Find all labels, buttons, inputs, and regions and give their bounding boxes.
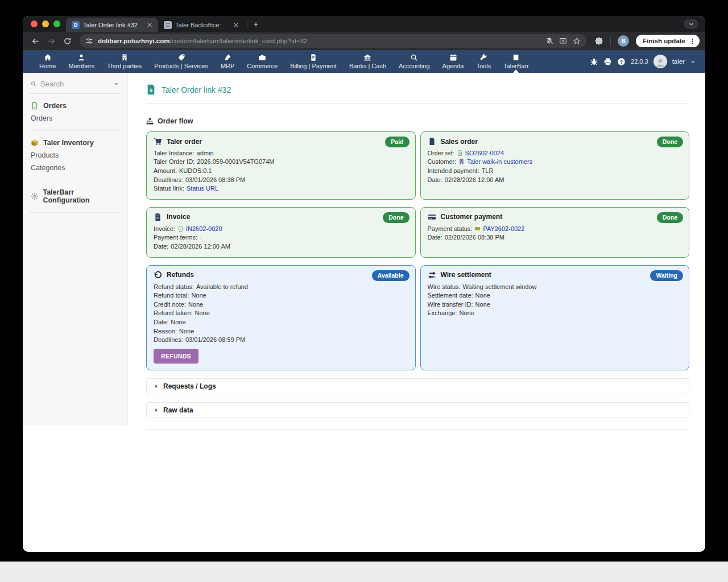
finish-update-button[interactable]: Finish update	[636, 35, 700, 47]
file-lines-icon	[154, 213, 162, 221]
reload-icon	[63, 37, 71, 45]
sidebar-section-title-orders[interactable]: Orders	[30, 100, 121, 112]
top-menu-item-agenda[interactable]: Agenda	[436, 50, 470, 73]
sidebar-item-categories[interactable]: Categories	[30, 162, 121, 174]
sidebar-section-title-talerbarr-configuration[interactable]: TalerBarr Configuration	[30, 186, 121, 207]
top-menu-item-home[interactable]: Home	[33, 50, 62, 73]
line-value: Waiting settlement window	[463, 283, 537, 290]
status-badge: Done	[657, 137, 683, 147]
line-value-link[interactable]: SO2602-0024	[465, 150, 504, 156]
bug-report-icon[interactable]	[590, 57, 598, 66]
tab-taler-order-link[interactable]: D Taler Order link #32	[66, 18, 158, 32]
minimize-window-button[interactable]	[42, 20, 49, 27]
sidebar-item-orders[interactable]: Orders	[30, 112, 121, 125]
finish-update-label: Finish update	[643, 38, 685, 44]
search-input[interactable]	[40, 80, 109, 88]
sidebar-section-title-taler-inventory[interactable]: Taler Inventory	[30, 137, 121, 149]
browser-profile-avatar[interactable]: B	[618, 35, 629, 47]
address-bar[interactable]: dolibarr.potuzhnyi.com/custom/talerbarr/…	[80, 34, 586, 48]
top-menu-item-accounting[interactable]: Accounting	[392, 50, 436, 73]
search-caret-icon[interactable]	[113, 81, 119, 87]
new-tab-button[interactable]	[250, 18, 262, 31]
close-tab-icon[interactable]	[146, 21, 154, 29]
top-menu-label: Agenda	[442, 63, 464, 69]
briefcase-icon	[258, 53, 266, 61]
card-refunds: RefundsAvailableRefund status:Available …	[146, 265, 416, 370]
person-icon	[655, 57, 666, 68]
card-line: Wire transfer ID:None	[428, 300, 682, 309]
close-window-button[interactable]	[31, 20, 38, 27]
collapsible-label: Requests / Logs	[163, 382, 216, 390]
top-menu-item-talerbarr[interactable]: TalerBarr	[497, 50, 535, 73]
refunds-button[interactable]: REFUNDS	[154, 349, 198, 364]
site-info-icon[interactable]	[85, 37, 93, 45]
card-title: Taler order	[167, 138, 202, 146]
line-value-link[interactable]: Taler walk-in customers	[467, 158, 532, 165]
reload-button[interactable]	[60, 34, 74, 48]
tab-title: Taler Order link #32	[83, 22, 142, 28]
collapsible-raw-data[interactable]: Raw data	[146, 402, 689, 418]
url-text[interactable]: dolibarr.potuzhnyi.com/custom/talerbarr/…	[98, 38, 541, 44]
line-label: Settlement date:	[428, 292, 473, 299]
line-label: Credit note:	[154, 301, 186, 308]
card-line: Date:02/28/2026 08:38 PM	[428, 233, 682, 242]
line-value: 02/28/2026 12:00 AM	[171, 243, 230, 250]
card-title: Wire settlement	[441, 271, 491, 279]
install-app-icon[interactable]	[559, 37, 567, 45]
top-menu-item-members[interactable]: Members	[62, 50, 101, 73]
doc-green-icon	[177, 225, 184, 232]
collapsible-requests-logs[interactable]: Requests / Logs	[146, 378, 689, 394]
taler-order-doc-icon: $	[146, 84, 156, 95]
invoice-icon	[309, 53, 317, 61]
close-tab-icon[interactable]	[232, 21, 240, 29]
bookmark-star-icon[interactable]	[573, 37, 581, 45]
top-menu-item-banks-cash[interactable]: Banks | Cash	[343, 50, 392, 73]
collapsible-label: Raw data	[163, 406, 193, 414]
top-menu-item-commerce[interactable]: Commerce	[241, 50, 284, 73]
line-value-link[interactable]: IN2602-0020	[186, 225, 222, 232]
back-button[interactable]	[28, 34, 42, 48]
line-label: Wire status:	[428, 283, 461, 290]
extensions-icon[interactable]	[594, 36, 603, 46]
line-label: Refund status:	[154, 283, 194, 290]
line-value-link[interactable]: PAY2602-0022	[483, 225, 524, 232]
top-menu-item-products-services[interactable]: Products | Services	[148, 50, 214, 73]
sidebar-item-products[interactable]: Products	[30, 149, 121, 162]
line-value: None	[475, 301, 490, 308]
top-menu-item-tools[interactable]: Tools	[470, 50, 497, 73]
line-label: Exchange:	[428, 309, 457, 316]
line-value: 02/28/2026 08:38 PM	[445, 234, 504, 241]
main-content: $ Taler Order link #32 Order flow Taler …	[128, 73, 705, 552]
browser-menu-icon[interactable]	[689, 38, 696, 45]
tab-search-button[interactable]	[684, 19, 698, 29]
top-menu-item-billing-payment[interactable]: Billing | Payment	[284, 50, 343, 73]
username-label: taler	[672, 58, 685, 65]
line-label: Date:	[154, 243, 168, 250]
caret-right-icon	[154, 383, 159, 389]
card-line: Deadlines:03/01/2026 08:59 PM	[154, 335, 408, 344]
print-icon[interactable]	[603, 57, 612, 66]
user-menu-chevron-icon[interactable]	[690, 59, 696, 65]
card-line: Taler Order ID:2026.059-0001V54TG074M	[154, 158, 408, 167]
user-avatar[interactable]	[653, 55, 667, 68]
sidebar-section-taler-inventory: Taler InventoryProductsCategories	[30, 131, 121, 180]
line-value-link[interactable]: Status URL	[187, 185, 218, 192]
top-menu-item-mrp[interactable]: MRP	[214, 50, 241, 73]
zoom-window-button[interactable]	[53, 20, 60, 27]
top-menu-item-third-parties[interactable]: Third parties	[101, 50, 148, 73]
desktop-background-strip	[0, 562, 728, 582]
line-label: Deadlines:	[154, 176, 183, 183]
svg-text:?: ?	[620, 59, 623, 64]
card-line: Exchange:None	[428, 309, 682, 318]
top-menu-label: Commerce	[247, 63, 278, 69]
notifications-blocked-icon[interactable]	[545, 37, 553, 45]
forward-button[interactable]	[44, 34, 58, 48]
card-sales-order: Sales orderDoneOrder ref:SO2602-0024Cust…	[420, 131, 690, 200]
title-divider	[146, 104, 689, 104]
top-menu-label: Products | Services	[154, 63, 208, 69]
help-icon[interactable]: ?	[617, 57, 626, 66]
card-line: Intended payment:TLR	[428, 166, 682, 175]
tab-taler-backoffice[interactable]: Taler Backoffice:	[158, 18, 245, 32]
card-line: Date:02/28/2026 12:00 AM	[154, 242, 408, 251]
card-line: Refund status:Available to refund	[154, 282, 408, 291]
